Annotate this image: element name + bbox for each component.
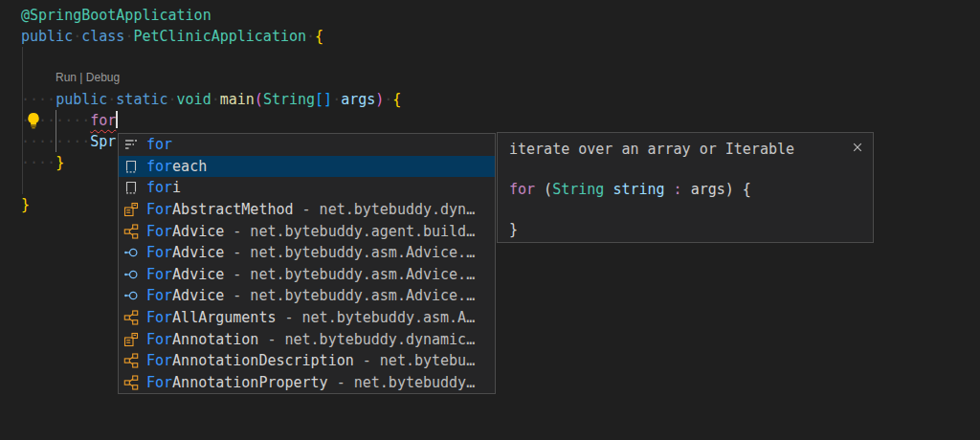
snippet-icon — [123, 180, 139, 195]
code-line: ········for — [0, 110, 980, 131]
suggestion-label-match: for — [146, 179, 172, 196]
suggestion-item[interactable]: ForAdvice - net.bytebuddy.asm.Advice.… — [119, 242, 495, 264]
suggestion-detail: - net.bytebuddy.dynamic… — [258, 331, 475, 348]
keyword-icon — [123, 137, 139, 152]
suggestion-detail: - net.bytebuddy.asm.Advice.… — [224, 244, 475, 261]
quick-fix-lightbulb-icon[interactable] — [25, 112, 42, 129]
code-line: @SpringBootApplication — [0, 5, 980, 26]
interface-icon — [123, 288, 139, 303]
suggestion-label: Advice — [172, 287, 224, 304]
suggestion-detail: - net.bytebuddy.asm.Advice.… — [224, 287, 475, 304]
codelens-separator: | — [77, 71, 86, 84]
interface-icon — [123, 245, 139, 260]
suggestion-item[interactable]: ForAllArguments - net.bytebuddy.asm.A… — [119, 307, 495, 329]
docs-close-button[interactable] — [850, 140, 865, 155]
suggestion-label-match: For — [146, 331, 172, 348]
suggestion-label: i — [172, 179, 181, 196]
suggestion-item[interactable]: ForAdvice - net.bytebuddy.agent.build… — [119, 220, 495, 242]
struct-icon — [123, 224, 139, 239]
suggestion-item[interactable]: ForAbstractMethod - net.bytebuddy.dyn… — [119, 199, 495, 221]
doc-code-line: } — [509, 220, 861, 240]
suggestion-label: Advice — [172, 223, 224, 240]
suggestion-label-match: For — [146, 201, 172, 218]
suggestion-label: Advice — [172, 244, 224, 261]
suggestion-detail: - net.bytebuddy.agent.build… — [224, 223, 475, 240]
text-cursor — [116, 111, 118, 128]
suggestion-label: AnnotationProperty — [172, 374, 328, 391]
code-line: public·class·PetClinicApplication·{ — [0, 26, 980, 47]
suggestion-doc-code: for (String string : args) {} — [509, 180, 861, 240]
struct-icon — [123, 375, 139, 390]
suggestion-detail: - net.bytebuddy.asm.Advice.… — [224, 266, 475, 283]
code-line: ····public·static·void·main(String[]·arg… — [0, 89, 980, 110]
suggestion-label: AbstractMethod — [172, 201, 293, 218]
close-icon — [850, 140, 865, 155]
suggestion-item[interactable]: fori — [119, 177, 495, 199]
codelens: Run | Debug — [0, 68, 980, 89]
suggestion-label: AllArguments — [172, 309, 276, 326]
class-icon — [123, 202, 139, 217]
suggestion-label-match: For — [146, 374, 172, 391]
suggestion-detail: - net.bytebuddy.asm.A… — [276, 309, 475, 326]
suggestion-item[interactable]: ForAdvice - net.bytebuddy.asm.Advice.… — [119, 285, 495, 307]
suggestion-label-match: For — [146, 244, 172, 261]
suggest-widget: forforeachforiForAbstractMethod - net.by… — [118, 133, 496, 394]
class-icon — [123, 332, 139, 347]
suggestion-label-match: For — [146, 223, 172, 240]
suggestion-item[interactable]: ForAnnotationDescription - net.bytebu… — [119, 350, 495, 372]
suggestion-label: each — [172, 158, 207, 175]
interface-icon — [123, 267, 139, 282]
suggestion-item[interactable]: ForAnnotation - net.bytebuddy.dynamic… — [119, 328, 495, 350]
doc-code-line: for (String string : args) { — [509, 180, 861, 200]
suggestion-label-match: For — [146, 309, 172, 326]
codelens-debug-link[interactable]: Debug — [86, 71, 120, 84]
suggestion-label-match: for — [146, 136, 172, 153]
code-line — [0, 47, 980, 68]
suggestion-item[interactable]: foreach — [119, 156, 495, 178]
suggestion-item[interactable]: ForAnnotationProperty - net.bytebuddy… — [119, 372, 495, 394]
suggestion-label-match: For — [146, 287, 172, 304]
error-underlined-text: for — [90, 112, 116, 129]
suggestion-label: AnnotationDescription — [172, 352, 354, 369]
suggestion-detail: - net.bytebuddy.dyn… — [294, 201, 476, 218]
suggestion-item[interactable]: ForAdvice - net.bytebuddy.asm.Advice.… — [119, 264, 495, 286]
suggestion-label-match: for — [146, 158, 172, 175]
suggestion-label: Annotation — [172, 331, 258, 348]
suggestion-doc-summary: iterate over an array or Iterable — [509, 140, 861, 160]
suggestion-label-match: For — [146, 352, 172, 369]
snippet-icon — [123, 159, 139, 174]
suggestion-label: Advice — [172, 266, 224, 283]
struct-icon — [123, 353, 139, 368]
doc-code-line — [509, 200, 861, 220]
struct-icon — [123, 310, 139, 325]
suggestion-label-match: For — [146, 266, 172, 283]
suggestion-detail: - net.bytebu… — [354, 352, 475, 369]
suggest-docs-panel: iterate over an array or Iterable for (S… — [497, 132, 874, 243]
suggestion-item[interactable]: for — [119, 134, 495, 156]
suggestion-detail: - net.bytebuddy… — [328, 374, 476, 391]
codelens-run-link[interactable]: Run — [56, 71, 77, 84]
